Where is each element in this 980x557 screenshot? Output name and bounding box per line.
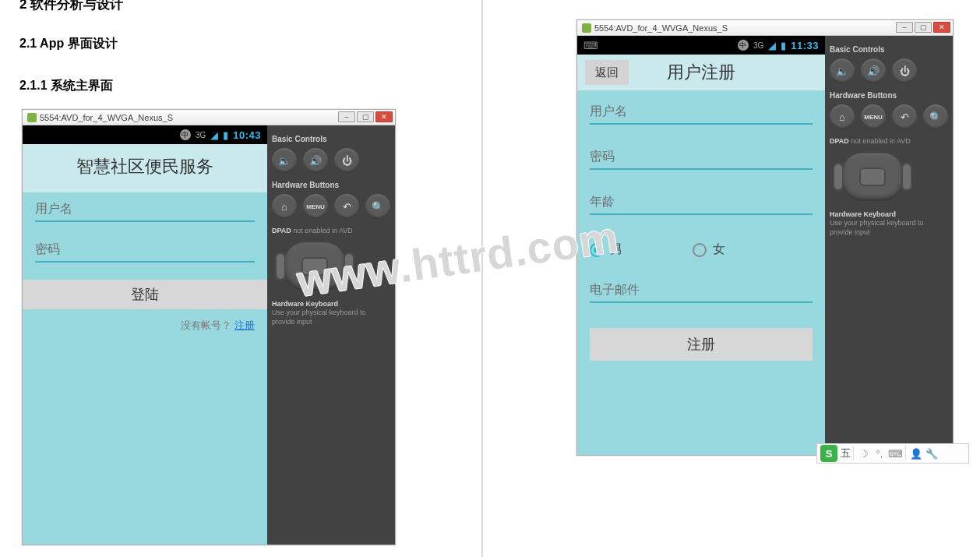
hw-keyboard-note: Hardware Keyboard Use your physical keyb… — [830, 210, 948, 238]
window-close-button[interactable]: ✕ — [933, 22, 950, 33]
gender-female-label: 女 — [713, 241, 725, 258]
power-button[interactable]: ⏻ — [892, 58, 917, 83]
emulator-titlebar[interactable]: 5554:AVD_for_4_WVGA_Nexus_S – ▢ ✕ — [577, 20, 953, 36]
ime-toolbar[interactable]: S 五 ☽ °, ⌨ 👤 🔧 — [816, 443, 969, 464]
emulator-title: 5554:AVD_for_4_WVGA_Nexus_S — [594, 23, 728, 33]
soft-keyboard-icon: ⌨ — [583, 40, 598, 51]
hw-keyboard-note: Hardware Keyboard Use your physical keyb… — [272, 300, 390, 327]
emulator-titlebar[interactable]: 5554:AVD_for_4_WVGA_Nexus_S – ▢ ✕ — [23, 110, 395, 125]
network-3g-icon: 3G — [753, 41, 763, 50]
android-icon — [582, 23, 591, 33]
emulator-window-login: 5554:AVD_for_4_WVGA_Nexus_S – ▢ ✕ 中 3G ◢… — [22, 109, 396, 545]
section-2-1-1-heading: 2.1.1 系统主界面 — [19, 78, 113, 94]
username-input[interactable] — [35, 199, 255, 222]
email-input[interactable] — [590, 280, 813, 303]
window-close-button[interactable]: ✕ — [375, 111, 393, 122]
ime-mode-label[interactable]: 五 — [841, 446, 851, 460]
hw-keyboard-label: Hardware Keyboard — [830, 210, 948, 220]
window-minimize-button[interactable]: – — [338, 111, 355, 122]
emulator-control-panel: Basic Controls 🔈 🔊 ⏻ Hardware Buttons ⌂ … — [825, 36, 953, 455]
menu-button[interactable]: MENU — [861, 104, 886, 129]
volume-down-button[interactable]: 🔈 — [830, 58, 855, 83]
password-input[interactable] — [590, 146, 813, 170]
dpad[interactable] — [272, 239, 358, 294]
back-button[interactable]: ↶ — [892, 104, 917, 129]
app-title: 智慧社区便民服务 — [23, 144, 267, 192]
signal-icon: ◢ — [210, 129, 218, 141]
back-button[interactable]: 返回 — [585, 60, 629, 85]
register-link[interactable]: 注册 — [234, 319, 255, 331]
gender-female-radio[interactable]: 女 — [693, 241, 725, 258]
ime-separator — [905, 446, 906, 460]
volume-up-button[interactable]: 🔊 — [303, 148, 328, 173]
status-clock: 10:43 — [233, 129, 261, 141]
dpad-label-row: DPAD not enabled in AVD — [272, 227, 390, 236]
ime-separator — [853, 446, 854, 460]
battery-icon: ▮ — [223, 129, 228, 141]
ime-punct-icon[interactable]: °, — [872, 448, 887, 460]
dpad-disabled-text: not enabled in AVD — [851, 137, 910, 145]
no-account-text: 没有帐号？ — [181, 319, 231, 331]
dpad-disabled-text: not enabled in AVD — [293, 227, 352, 234]
gender-male-radio[interactable]: 男 — [590, 241, 622, 258]
dpad[interactable] — [830, 150, 915, 204]
ime-moon-icon[interactable]: ☽ — [856, 448, 872, 460]
menu-button[interactable]: MENU — [303, 194, 328, 219]
android-status-bar: 中 3G ◢ ▮ 10:43 — [23, 125, 267, 144]
basic-controls-label: Basic Controls — [830, 45, 948, 54]
ime-indicator-icon: 中 — [738, 40, 749, 51]
emulator-control-panel: Basic Controls 🔈 🔊 ⏻ Hardware Buttons ⌂ … — [267, 125, 395, 545]
radio-unchecked-icon — [693, 243, 707, 257]
window-maximize-button[interactable]: ▢ — [915, 22, 932, 33]
ime-settings-icon[interactable]: 🔧 — [924, 448, 939, 460]
android-status-bar: ⌨ 中 3G ◢ ▮ 11:33 — [577, 36, 825, 55]
power-button[interactable]: ⏻ — [334, 148, 359, 173]
volume-up-button[interactable]: 🔊 — [861, 58, 886, 83]
section-2-1-heading: 2.1 App 界面设计 — [19, 36, 118, 52]
search-button[interactable]: 🔍 — [365, 194, 390, 219]
register-submit-button[interactable]: 注册 — [590, 328, 813, 361]
register-row: 没有帐号？ 注册 — [35, 309, 255, 333]
home-button[interactable]: ⌂ — [830, 104, 855, 129]
hw-keyboard-label: Hardware Keyboard — [272, 300, 390, 309]
age-input[interactable] — [590, 192, 813, 215]
ime-indicator-icon: 中 — [180, 129, 191, 140]
search-button[interactable]: 🔍 — [923, 104, 948, 129]
ime-keyboard-icon[interactable]: ⌨ — [887, 448, 903, 460]
window-minimize-button[interactable]: – — [896, 22, 913, 33]
dpad-label: DPAD — [272, 227, 291, 234]
gender-radio-group: 男 女 — [590, 241, 813, 258]
sogou-ime-icon[interactable]: S — [820, 445, 837, 462]
radio-checked-icon — [590, 243, 604, 257]
emulator-window-register: 5554:AVD_for_4_WVGA_Nexus_S – ▢ ✕ ⌨ 中 3G… — [576, 19, 954, 456]
back-button[interactable]: ↶ — [334, 194, 359, 219]
emulator-title: 5554:AVD_for_4_WVGA_Nexus_S — [40, 113, 173, 122]
home-button[interactable]: ⌂ — [272, 194, 297, 219]
signal-icon: ◢ — [768, 40, 776, 51]
hardware-buttons-label: Hardware Buttons — [272, 181, 390, 189]
gender-male-label: 男 — [610, 241, 622, 258]
username-input[interactable] — [590, 101, 813, 125]
dpad-label: DPAD — [830, 137, 849, 145]
window-maximize-button[interactable]: ▢ — [357, 111, 374, 122]
status-clock: 11:33 — [791, 40, 819, 51]
dpad-label-row: DPAD not enabled in AVD — [830, 137, 948, 146]
basic-controls-label: Basic Controls — [272, 135, 390, 143]
ime-user-icon[interactable]: 👤 — [908, 448, 924, 460]
hardware-buttons-label: Hardware Buttons — [830, 91, 948, 100]
network-3g-icon: 3G — [196, 131, 206, 139]
login-button[interactable]: 登陆 — [23, 280, 267, 309]
android-icon — [27, 113, 37, 122]
volume-down-button[interactable]: 🔈 — [272, 148, 297, 173]
hw-keyboard-hint: Use your physical keyboard to provide in… — [272, 308, 366, 326]
battery-icon: ▮ — [781, 40, 786, 51]
section-2-heading: 2 软件分析与设计 — [19, 0, 123, 13]
password-input[interactable] — [35, 239, 255, 263]
hw-keyboard-hint: Use your physical keyboard to provide in… — [830, 219, 924, 236]
